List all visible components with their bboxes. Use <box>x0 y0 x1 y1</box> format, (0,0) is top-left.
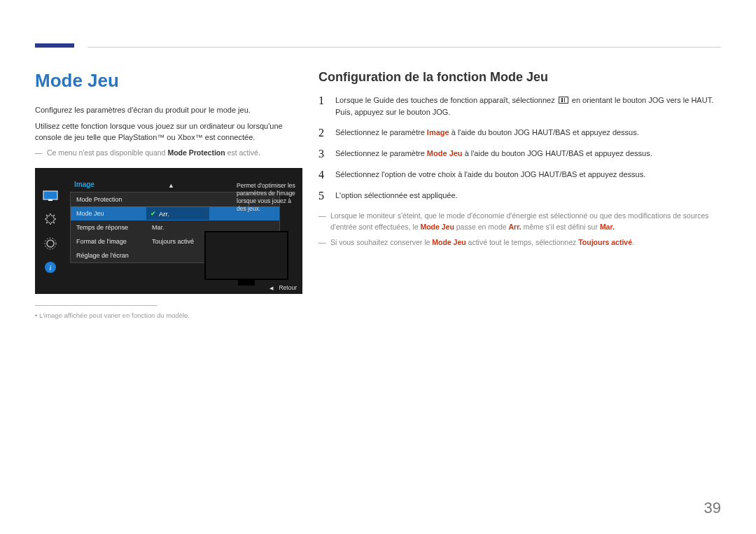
page-title: Mode Jeu <box>35 70 300 92</box>
osd-monitor-graphic <box>204 231 288 280</box>
step-4: 4 Sélectionnez l'option de votre choix à… <box>318 169 721 181</box>
osd-row-label: Mode Jeu <box>71 210 146 217</box>
step-text: Lorsque le Guide des touches de fonction… <box>335 94 721 118</box>
step-number: 2 <box>318 127 335 139</box>
osd-row-value: Mar. <box>146 224 209 231</box>
header-rule <box>88 47 721 48</box>
osd-nav-settings-icon <box>41 211 60 228</box>
note-suffix: est activé. <box>225 148 260 157</box>
menu-button-icon <box>559 97 568 104</box>
check-icon: ✔ <box>150 210 156 217</box>
svg-text:i: i <box>49 263 51 272</box>
svg-rect-0 <box>43 191 57 199</box>
step-text: Sélectionnez le paramètre Mode Jeu à l'a… <box>335 148 721 160</box>
step-number: 5 <box>318 190 335 202</box>
page-number: 39 <box>704 499 721 517</box>
osd-nav-picture-icon <box>41 188 60 204</box>
note-bold: Mode Protection <box>167 148 225 157</box>
header-accent-bar <box>35 43 74 48</box>
osd-nav-info-icon: i <box>41 259 60 276</box>
step-5: 5 L'option sélectionnée est appliquée. <box>318 190 721 202</box>
step-text: Sélectionnez l'option de votre choix à l… <box>335 169 721 181</box>
step-text: L'option sélectionnée est appliquée. <box>335 190 721 202</box>
osd-screenshot: i Image ▲ Mode Protection Mode Jeu ✔ Arr… <box>35 168 302 294</box>
osd-row-label: Réglage de l'écran <box>71 252 146 259</box>
note-dash-icon: ― <box>318 211 328 222</box>
osd-back-label: ◀ Retour <box>270 284 297 291</box>
intro-text-1: Configurez les paramètres d'écran du pro… <box>35 104 300 116</box>
footer-note-1: ― Lorsque le moniteur s'éteint, que le m… <box>318 211 721 233</box>
osd-sidebar: i <box>41 188 64 288</box>
osd-description: Permet d'optimiser les paramètres de l'i… <box>237 182 297 213</box>
osd-nav-gear-icon <box>41 235 60 252</box>
intro-text-2: Utilisez cette fonction lorsque vous jou… <box>35 120 300 143</box>
svg-point-3 <box>47 240 54 247</box>
note-dash-icon: ― <box>318 237 328 248</box>
availability-note: ― Ce menu n'est pas disponible quand Mod… <box>35 148 300 159</box>
footer-note-2: ― Si vous souhaitez conserver le Mode Je… <box>318 237 721 248</box>
step-3: 3 Sélectionnez le paramètre Mode Jeu à l… <box>318 148 721 160</box>
osd-row-value: Arr. <box>159 210 169 218</box>
osd-back-text: Retour <box>279 284 297 291</box>
svg-marker-2 <box>45 213 56 225</box>
step-1: 1 Lorsque le Guide des touches de foncti… <box>318 94 721 118</box>
osd-back-arrow-icon: ◀ <box>270 286 273 290</box>
note-prefix: Ce menu n'est pas disponible quand <box>47 148 167 157</box>
osd-up-arrow-icon: ▲ <box>168 182 174 189</box>
osd-row-label: Mode Protection <box>71 196 146 203</box>
osd-row-label: Format de l'image <box>71 238 146 245</box>
step-text: Sélectionnez le paramètre Image à l'aide… <box>335 127 721 139</box>
step-number: 4 <box>318 169 335 181</box>
step-2: 2 Sélectionnez le paramètre Image à l'ai… <box>318 127 721 139</box>
caption-rule <box>35 305 158 306</box>
step-number: 1 <box>318 94 335 118</box>
right-column: Configuration de la fonction Mode Jeu 1 … <box>318 70 721 248</box>
osd-row-value: Toujours activé <box>146 238 209 245</box>
osd-menu-title: Image <box>74 181 94 188</box>
osd-row-value-selected: ✔ Arr. <box>146 207 209 220</box>
osd-caption: • L'image affichée peut varier en foncti… <box>35 311 300 319</box>
svg-rect-1 <box>48 199 52 201</box>
left-column: Mode Jeu Configurez les paramètres d'écr… <box>35 70 300 319</box>
section-heading: Configuration de la fonction Mode Jeu <box>318 70 721 85</box>
osd-row-label: Temps de réponse <box>71 224 146 231</box>
note-dash-icon: ― <box>35 148 45 159</box>
step-number: 3 <box>318 148 335 160</box>
